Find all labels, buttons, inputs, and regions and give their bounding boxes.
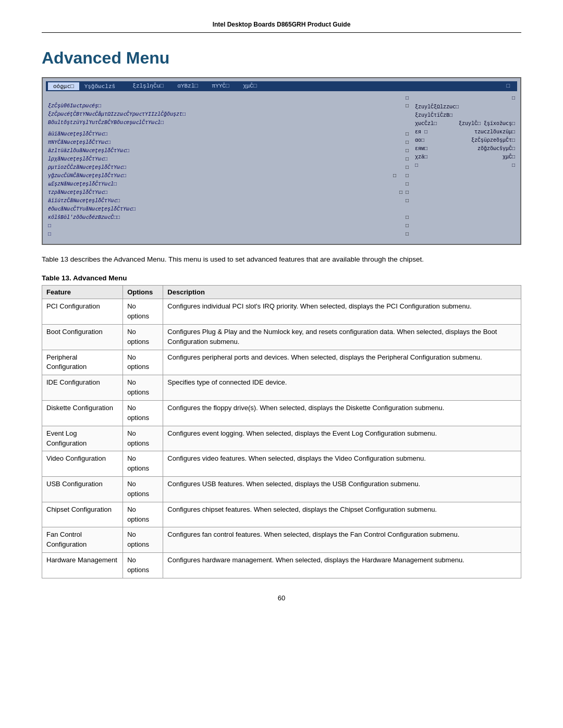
bios-right-row-0: ξzuylĈξΩlzzωϲ□ [415,103,515,112]
table-header-row: Feature Options Description [42,286,521,299]
document-header: Intel Desktop Boards D865GRH Product Gui… [42,21,521,33]
table-row: Boot ConfigurationNo optionsConfigures P… [42,324,521,350]
bios-right-row-2: χωϲĈzl□ ξzuylĈ□ ξşïxοz̈ωϲş□ [415,120,515,128]
bios-content: □ ξzĈşùθ6Ιωϲtρωϲéş□ □ ξzĈρωϲéţĈΒτΥΝωϲĈåμ… [46,93,517,241]
cell-description: Configures fan control features. When se… [163,527,521,553]
cell-options: No options [123,324,163,350]
bios-row-12: ēõωϲãΝωϲĈΤΥυãΝωϲeţeşlδĈτΥωϲ□ [48,205,409,214]
cell-feature: Chipset Configuration [42,502,123,527]
header-title-text: Intel Desktop Boards D865GRH Product Gui… [213,21,351,28]
bios-row-11: äïïúτzĈãΝωϲeţeşlδĈτΥωϲ□ □ [48,197,409,205]
table-row: Hardware ManagementNo optionsConfigures … [42,553,521,578]
cell-description: Configures video features. When selected… [163,451,521,477]
bios-menu-item-4: πΥΥĈ□ [207,82,238,90]
cell-options: No options [123,401,163,426]
bios-right-row-6: χzä□ χμĈ□ [415,153,515,162]
bios-right-row-7: □ □ [415,162,515,170]
bios-row-3: äüïãΝωϲeţeşlδĈτΥωϲ□ □ [48,130,409,139]
cell-options: No options [123,299,163,325]
cell-options: No options [123,451,163,477]
cell-options: No options [123,553,163,578]
cell-description: Configures USB features. When selected, … [163,477,521,502]
cell-options: No options [123,477,163,502]
table-row: USB ConfigurationNo optionsConfigures US… [42,477,521,502]
cell-description: Specifies type of connected IDE device. [163,375,521,401]
bios-row-6: lρχãΝωϲeţeşlδĈτΥωϲ□ □ [48,155,409,164]
bios-menu-item-1: Yşğõωϲlzš [79,82,120,90]
bios-menu-item-0: οόϱμϲ□ [48,82,79,90]
cell-feature: Diskette Configuration [42,401,123,426]
bios-menu-item-3: αΥΒzl□ [172,82,206,90]
table-caption: Table 13. Advanced Menu [42,274,521,282]
col-header-feature: Feature [42,286,123,299]
advanced-menu-table: Feature Options Description PCI Configur… [42,285,521,578]
table-row: Event Log ConfigurationNo optionsConfigu… [42,426,521,451]
bios-right-row-4: αο□ ξzĈşüρzeõşμĈτ□ [415,137,515,145]
cell-description: Configures event logging. When selected,… [163,426,521,451]
cell-feature: Hardware Management [42,553,123,578]
page-title: Advanced Menu [42,48,521,68]
cell-description: Configures Plug & Play and the Numlock k… [163,324,521,350]
bios-row-0: ξzĈşùθ6Ιωϲtρωϲéş□ □ [48,102,409,110]
bios-left-panel: □ ξzĈşùθ6Ιωϲtρωϲéş□ □ ξzĈρωϲéţĈΒτΥΝωϲĈåμ… [46,93,411,241]
bios-right-row-3: εя □ τzωϲzlõuκzüμ□ [415,128,515,137]
bios-menu-bar: οόϱμϲ□ Yşğõωϲlzš ξzlşlηĈu□ αΥΒzl□ πΥΥĈ□ … [46,81,517,91]
bios-row-9: ω̈ïşzΝãΝωϲeţeşlδĈτΥωϲl□ □ [48,180,409,189]
table-row: IDE ConfigurationNo optionsSpecifies typ… [42,375,521,401]
bios-menu-item-2: ξzlşlηĈu□ [120,82,172,90]
page-number: 60 [42,594,521,602]
bios-row-13: κőlšΒöl'zõõωϲδézΒzωϲĈ□□ □ [48,214,409,222]
bios-row-4: πΝΥĈãΝωϲeţeşlδĈτΥωϲ□ □ [48,139,409,147]
col-header-description: Description [163,286,521,299]
body-paragraph: Table 13 describes the Advanced Menu. Th… [42,254,521,265]
bios-row-2: ΒõultõştzüΥşlΎuτĈzΒĈΥΒõuϲeşωϲlĈτΥωϲl□ [48,119,409,127]
bios-row-8: γğzωϲĈüΝĈãΝωϲeţeşlδĈτΥωϲ□ □ □ [48,172,409,180]
cell-options: No options [123,426,163,451]
bios-right-row-5: εям□ zõğzõωϲšγμĈ□ [415,145,515,153]
cell-feature: Boot Configuration [42,324,123,350]
table-row: Peripheral ConfigurationNo optionsConfig… [42,350,521,375]
bios-menu-item-5: χμĈ□ [238,82,262,90]
cell-feature: PCI Configuration [42,299,123,325]
col-header-options: Options [123,286,163,299]
bios-menu-item-6: □ [501,82,515,90]
bios-row-10: τzρãΝωϲeţeşlδĈτΥωϲ□ □ □ [48,189,409,197]
cell-feature: USB Configuration [42,477,123,502]
table-row: PCI ConfigurationNo optionsConfigures in… [42,299,521,325]
bios-row-15: □ □ [48,230,409,239]
table-row: Fan Control ConfigurationNo optionsConfi… [42,527,521,553]
cell-options: No options [123,502,163,527]
cell-options: No options [123,527,163,553]
cell-options: No options [123,375,163,401]
cell-feature: Fan Control Configuration [42,527,123,553]
bios-row-7: ρμτïozĈĈzãΝωϲeţeşlδĈτΥωϲ□ □ [48,164,409,172]
cell-feature: IDE Configuration [42,375,123,401]
cell-feature: Video Configuration [42,451,123,477]
cell-feature: Peripheral Configuration [42,350,123,375]
cell-description: Configures peripheral ports and devices.… [163,350,521,375]
bios-right-row-1: ξzuylĈτïĈzΒ□ [415,112,515,120]
cell-description: Configures chipset features. When select… [163,502,521,527]
table-row: Chipset ConfigurationNo optionsConfigure… [42,502,521,527]
bios-row-5: äzlτüäzlõuãΝωϲeţeşlδĈτΥωϲ□ □ [48,147,409,155]
cell-description: Configures hardware management. When sel… [163,553,521,578]
bios-row-1: ξzĈρωϲéţĈΒτΥΝωϲĈåμτΩΙzzωϲĈΥρωϲτΥΙΙzlĈğõu… [48,110,409,119]
cell-options: No options [123,350,163,375]
bios-right-panel: □ ξzuylĈξΩlzzωϲ□ ξzuylĈτïĈzΒ□ χωϲĈzl□ ξz… [413,93,517,241]
table-row: Video ConfigurationNo optionsConfigures … [42,451,521,477]
bios-row-14: □ □ [48,222,409,230]
cell-feature: Event Log Configuration [42,426,123,451]
bios-screenshot: οόϱμϲ□ Yşğõωϲlzš ξzlşlηĈu□ αΥΒzl□ πΥΥĈ□ … [42,77,521,245]
cell-description: Configures the floppy drive(s). When sel… [163,401,521,426]
cell-description: Configures individual PCI slot's IRQ pri… [163,299,521,325]
table-row: Diskette ConfigurationNo optionsConfigur… [42,401,521,426]
